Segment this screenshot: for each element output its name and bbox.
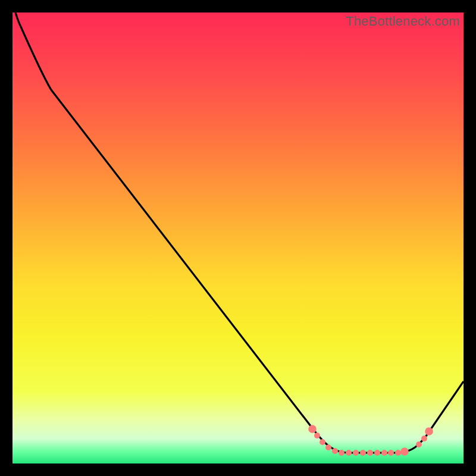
marker-dot	[339, 450, 345, 456]
marker-dot	[367, 450, 373, 456]
marker-dot	[374, 450, 380, 456]
chart-background	[12, 12, 464, 464]
chart-frame: TheBottleneck.com	[12, 12, 464, 464]
chart-svg	[12, 12, 464, 464]
marker-dot	[425, 427, 433, 436]
marker-dot	[320, 439, 325, 445]
marker-dot	[395, 450, 401, 456]
marker-dot	[381, 450, 387, 456]
marker-dot	[360, 450, 366, 456]
marker-dot	[400, 447, 409, 456]
marker-dot	[314, 433, 320, 439]
marker-dot	[353, 450, 359, 456]
watermark-text: TheBottleneck.com	[346, 14, 460, 29]
marker-dot	[421, 436, 427, 441]
marker-dot	[325, 444, 331, 450]
marker-dot	[416, 441, 422, 447]
marker-dot	[332, 448, 338, 454]
marker-dot	[388, 450, 394, 456]
marker-dot	[346, 450, 352, 456]
marker-dot	[308, 425, 317, 433]
